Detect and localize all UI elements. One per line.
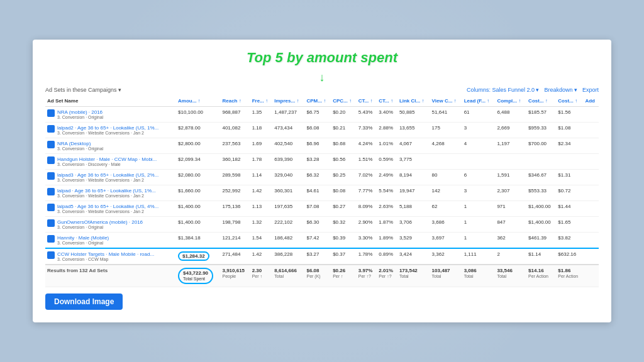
cell-lead: 6 xyxy=(462,170,496,185)
filter-label[interactable]: Ad Sets in these Campaigns ▾ xyxy=(45,87,121,93)
table-row: NRA (Desktop) 3. Conversion · Original $… xyxy=(45,138,599,154)
totals-label: Results from 132 Ad Sets xyxy=(45,265,176,287)
table-row: lalpad2 · Age 36 to 65+ · Lookalike (US,… xyxy=(45,123,599,138)
cell-cost2: $2.34 xyxy=(556,138,583,154)
cell-cost2: $0.72 xyxy=(556,185,583,201)
cell-cost2: $632.16 xyxy=(556,248,583,265)
cell-cpc: $0.56 xyxy=(331,154,357,170)
col-ct2[interactable]: CT... ↑ xyxy=(377,96,397,107)
arrow-indicator: ↓ xyxy=(45,71,599,84)
col-ct1[interactable]: CT... ↑ xyxy=(357,96,377,107)
export-control[interactable]: Export xyxy=(582,87,599,93)
cell-name: lalpad5 · Age 36 to 65+ · Lookalike (US,… xyxy=(45,201,176,217)
cell-ct1: 1.78% xyxy=(357,248,377,265)
cell-amount: $2,080.00 xyxy=(176,170,220,185)
cell-freq: 1.18 xyxy=(250,123,273,138)
cell-amount: $1,284.32 xyxy=(176,248,220,265)
top-bar-controls: Columns: Sales Funnel 2.0 ▾ Breakdown ▾ … xyxy=(467,87,599,93)
ad-sets-table: Ad Set Name Amou... ↑ Reach ↑ Fre... ↑ I… xyxy=(45,96,599,287)
totals-cpc: $0.26Per ↑ xyxy=(331,265,357,287)
cell-cost2 xyxy=(556,154,583,170)
cell-link: 8,194 xyxy=(397,170,430,185)
col-amount[interactable]: Amou... ↑ xyxy=(176,96,220,107)
ad-set-name[interactable]: Hannity · Male (Mobile) xyxy=(57,235,109,241)
cell-cost1: $346.67 xyxy=(526,170,556,185)
ad-set-name[interactable]: lalpad3 · Age 36 to 65+ · Lookalike (US,… xyxy=(57,172,158,178)
download-button[interactable]: Download Image xyxy=(45,293,123,310)
cell-ct1: 3.30% xyxy=(357,233,377,249)
cell-cost1: $461.39 xyxy=(526,233,556,249)
cell-freq: 1.13 xyxy=(250,201,273,217)
cell-cost2: $1.56 xyxy=(556,107,583,123)
ad-set-sub: 3. Conversion · Website Conversions · Ja… xyxy=(57,178,158,182)
top-bar: Ad Sets in these Campaigns ▾ Columns: Sa… xyxy=(45,87,599,93)
cell-compl xyxy=(495,154,526,170)
cell-name: lalpad · Age 36 to 65+ · Lookalike (US, … xyxy=(45,185,176,201)
cell-amount: $2,099.34 xyxy=(176,154,220,170)
table-row: GunOwnersOfAmerica (mobile) · 2016 3. Co… xyxy=(45,217,599,233)
col-cpc[interactable]: CPC... ↑ xyxy=(331,96,357,107)
ad-set-sub: 3. Conversion · CCW Map xyxy=(57,257,154,261)
ad-set-sub: 3. Conversion · Original xyxy=(57,241,109,245)
totals-ct2: 2.01%Per ↑? xyxy=(377,265,397,287)
col-cpm[interactable]: CPM... ↑ xyxy=(305,96,331,107)
totals-ct1: 3.97%Per ↑? xyxy=(357,265,377,287)
col-cost1[interactable]: Cost... ↑ xyxy=(526,96,556,107)
ad-set-name[interactable]: Handgun Holster · Male · CCW Map · Mobi.… xyxy=(57,156,157,162)
cell-freq: 1.69 xyxy=(250,138,273,154)
col-reach[interactable]: Reach ↑ xyxy=(220,96,250,107)
cell-compl: 2,307 xyxy=(495,185,526,201)
ad-set-name[interactable]: NRA (Desktop) xyxy=(57,141,103,146)
cell-cpc: $0.21 xyxy=(331,123,357,138)
table-row: Hannity · Male (Mobile) 3. Conversion · … xyxy=(45,233,599,249)
col-name[interactable]: Ad Set Name xyxy=(45,96,176,107)
cell-cost1: $185.57 xyxy=(526,107,556,123)
cell-name: Hannity · Male (Mobile) 3. Conversion · … xyxy=(45,233,176,249)
cell-impr: 386,228 xyxy=(272,248,304,265)
col-freq[interactable]: Fre... ↑ xyxy=(250,96,273,107)
ad-set-name[interactable]: lalpad2 · Age 36 to 65+ · Lookalike (US,… xyxy=(57,125,158,131)
cell-add xyxy=(583,107,599,123)
columns-control[interactable]: Columns: Sales Funnel 2.0 ▾ xyxy=(467,87,540,93)
cell-link: 13,655 xyxy=(397,123,430,138)
totals-compl: 33,546Total xyxy=(495,265,526,287)
ad-icon xyxy=(47,235,55,243)
ad-set-name[interactable]: NRA (mobile) · 2016 xyxy=(57,109,103,115)
col-link[interactable]: Link Cl... ↑ xyxy=(397,96,430,107)
col-lead[interactable]: Lead (F... ↑ xyxy=(462,96,496,107)
cell-cpm: $6.30 xyxy=(305,217,331,233)
ad-set-sub: 3. Conversion · Original xyxy=(57,115,103,119)
cell-view: 4,268 xyxy=(430,138,462,154)
col-compl[interactable]: Compl... ↑ xyxy=(495,96,526,107)
cell-ct2: 2.88% xyxy=(377,123,397,138)
cell-name: lalpad3 · Age 36 to 65+ · Lookalike (US,… xyxy=(45,170,176,185)
ad-set-name[interactable]: lalpad · Age 36 to 65+ · Lookalike (US, … xyxy=(57,188,156,194)
cell-view: 142 xyxy=(430,185,462,201)
cell-add xyxy=(583,123,599,138)
cell-link: 3,529 xyxy=(397,233,430,249)
col-view[interactable]: View C... ↑ xyxy=(430,96,462,107)
cell-cpm: $7.42 xyxy=(305,233,331,249)
col-add[interactable]: Add xyxy=(583,96,599,107)
cell-add xyxy=(583,217,599,233)
ad-set-name[interactable]: CCW Holster Targets · Male Mobile · road… xyxy=(57,251,154,257)
ad-set-sub: 3. Conversion · Website Conversions · Ja… xyxy=(57,131,158,135)
cell-name: NRA (Desktop) 3. Conversion · Original xyxy=(45,138,176,154)
totals-freq: 2.30Per ↑ xyxy=(250,265,273,287)
cell-view: 62 xyxy=(430,201,462,217)
cell-freq: 1.14 xyxy=(250,170,273,185)
ad-set-name[interactable]: lalpad5 · Age 36 to 65+ · Lookalike (US,… xyxy=(57,204,158,209)
cell-name: GunOwnersOfAmerica (mobile) · 2016 3. Co… xyxy=(45,217,176,233)
cell-ct2: 5.54% xyxy=(377,185,397,201)
ad-set-name[interactable]: GunOwnersOfAmerica (mobile) · 2016 xyxy=(57,219,143,225)
cell-cost2: $1.31 xyxy=(556,170,583,185)
ad-icon xyxy=(47,219,55,227)
col-cost2[interactable]: Cost... ↑ xyxy=(556,96,583,107)
cell-ct2: 1.89% xyxy=(377,233,397,249)
cell-cpc: $0.39 xyxy=(331,233,357,249)
col-impr[interactable]: Impres... ↑ xyxy=(272,96,304,107)
cell-cost2: $1.44 xyxy=(556,201,583,217)
breakdown-control[interactable]: Breakdown ▾ xyxy=(544,87,577,93)
cell-link: 4,067 xyxy=(397,138,430,154)
cell-cost1: $1,400.00 xyxy=(526,217,556,233)
